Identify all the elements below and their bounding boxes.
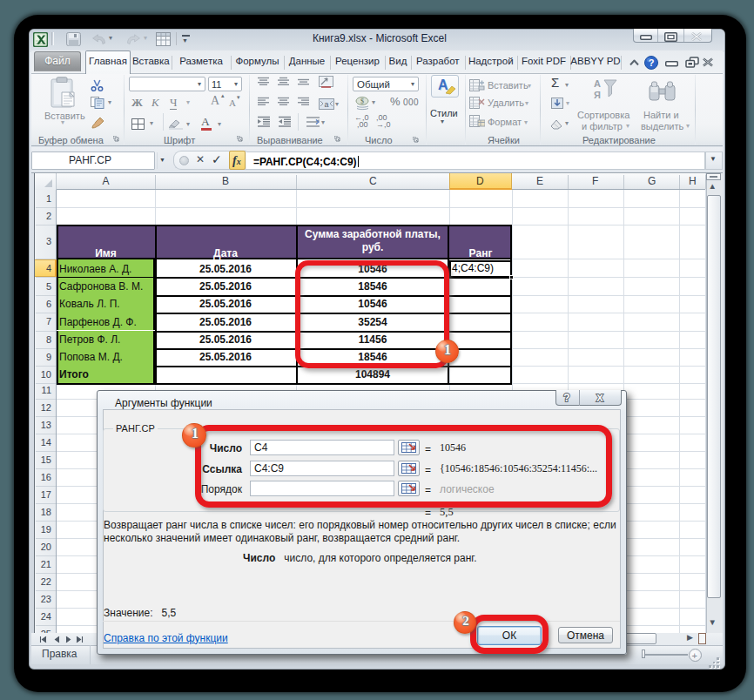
svg-text:А: А bbox=[594, 78, 601, 89]
svg-text:?: ? bbox=[649, 57, 655, 68]
svg-text:a: a bbox=[324, 100, 328, 109]
svg-text:$: $ bbox=[360, 98, 364, 105]
svg-text:X: X bbox=[596, 393, 603, 403]
svg-text:?: ? bbox=[563, 392, 569, 404]
svg-text:Я: Я bbox=[594, 90, 601, 100]
